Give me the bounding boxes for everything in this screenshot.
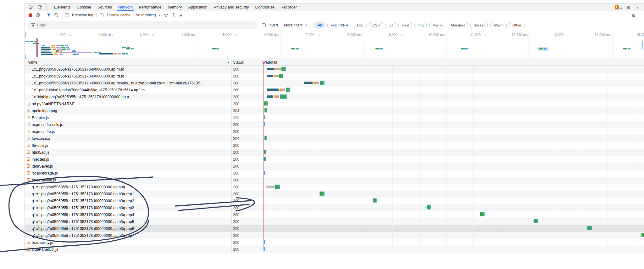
request-row[interactable]: 1x1.png?u0595955f-s1751353178-i00000000.… [25,73,644,80]
request-row[interactable]: q1x1.png?u0595955f-s1751353178-i00000000… [25,184,644,191]
network-conditions-icon[interactable] [164,13,169,17]
request-status: 200 [233,213,239,217]
tab-memory[interactable]: Memory [164,3,185,11]
request-row[interactable]: itemSaver.js200 [25,163,644,170]
tab-privacy-and-security[interactable]: Privacy and security [211,3,252,11]
overview-mini-bar [94,52,97,53]
filter-chip-all[interactable]: All [314,22,325,28]
request-row[interactable]: sidePanelUtil.js200 [25,246,644,253]
request-row[interactable]: apnic-logo.png304 [25,107,644,114]
import-har-icon[interactable] [172,13,176,17]
tab-sources[interactable]: Sources [94,3,115,11]
request-row[interactable]: express-fte.js200 [25,128,644,135]
request-name: 1x1.png?u0595955f-s1751353178-i00000000.… [32,67,230,72]
column-header-status[interactable]: Status [233,60,244,65]
request-row[interactable]: Enabler.js200 [25,114,644,121]
overview-tick-label: 4,000 ms [181,33,197,37]
inspect-element-icon[interactable] [29,5,34,10]
filter-input[interactable]: Filter [27,21,258,29]
request-row[interactable]: 1x1.png?u0595955f-s1751353178-i00000000.… [25,80,644,87]
preserve-log-checkbox[interactable] [65,13,69,17]
request-name: q1x1.png?u0595955f-s1751353178-i00000000… [32,220,230,224]
export-har-icon[interactable] [179,13,183,17]
issues-badge[interactable]: 1 [615,5,622,9]
disable-cache-checkbox[interactable] [100,13,103,17]
filter-chip-other[interactable]: Other [509,22,525,28]
clear-network-log-icon[interactable] [36,13,40,17]
filter-chip-fetch-xhr[interactable]: Fetch/XHR [327,22,351,28]
waterfall-bar [274,95,277,98]
request-row[interactable]: local-storage.js200 [25,170,644,177]
sort-ascending-icon[interactable]: ▲ [227,61,230,64]
request-row[interactable]: 1x1.png?u0595955f-s1751353178-i00000000.… [25,66,644,73]
search-icon[interactable] [54,13,58,17]
filter-chip-js[interactable]: JS [386,22,396,28]
request-row[interactable]: pageSaving.js200 [25,177,644,184]
network-overview-timeline[interactable]: 1,000 ms2,000 ms3,000 ms4,000 ms5,000 ms… [25,31,644,59]
tab-elements[interactable]: Elements [51,3,74,11]
js-file-icon [27,157,30,161]
tab-lighthouse[interactable]: Lighthouse [252,3,277,11]
request-row[interactable]: ad.py?A=NRPT&N&R&F200 [25,100,644,107]
record-network-log-button[interactable] [29,13,32,17]
filter-chip-wasm[interactable]: Wasm [490,22,507,28]
tab-network[interactable]: Network [115,3,136,11]
filter-chip-css[interactable]: CSS [369,22,383,28]
request-name: Enabler.js [32,116,230,120]
request-name: express-fte-utils.js [32,123,230,127]
filter-toggle-icon[interactable] [47,13,51,17]
filter-chip-doc[interactable]: Doc [354,22,366,28]
request-status: 200 [233,95,239,99]
kebab-menu-icon[interactable]: ⋮ [635,5,640,9]
filter-chip-media[interactable]: Media [429,22,445,28]
column-header-waterfall[interactable]: Waterfall [262,60,277,65]
request-row[interactable]: 1x1.png?u0ds01pmfsh70ed9944h6jkg-s175135… [25,87,644,94]
tab-application[interactable]: Application [185,3,210,11]
overview-drag-handle[interactable] [25,32,26,37]
column-divider[interactable] [260,59,260,253]
waterfall-bar [266,136,267,140]
filter-chip-img[interactable]: Img [414,22,427,28]
network-settings-gear-icon[interactable]: ⚙ [632,13,640,18]
request-row[interactable]: q1x1.png?u0595955f-s1751353178-i00000000… [25,211,644,218]
overview-tick-label: 15,000 ms [636,33,644,37]
request-row[interactable]: readability.js200 [25,239,644,246]
request-row[interactable]: injected.js200 [25,156,644,163]
throttling-select[interactable]: No throttling [136,13,156,17]
more-filters-dropdown[interactable]: More filters [284,23,303,27]
waterfall-bar [263,165,264,167]
overview-drag-handle[interactable] [642,41,643,49]
request-row[interactable]: q1x1.png?u0595955f-s1751353178-i00000000… [25,218,644,225]
request-status: 200 [233,171,239,175]
request-row[interactable]: express-fte-utils.js200 [25,121,644,128]
request-row[interactable]: q1x1.png?u0595955f-s1751353178-i00000000… [25,197,644,204]
request-status: 200 [233,150,239,155]
request-row[interactable]: 1x1bigbig.png?u0595955f-s1751353178-i000… [25,94,644,100]
settings-gear-icon[interactable]: ⚙ [627,5,631,10]
tab-performance[interactable]: Performance [136,3,165,11]
column-header-name[interactable]: Name [27,60,37,65]
overview-drag-handle[interactable] [25,54,26,59]
request-row[interactable]: fte-utils.js200 [25,142,644,149]
overview-mini-bar [41,49,51,50]
waterfall-bar [534,219,537,223]
waterfall-gridline [339,62,339,249]
request-row[interactable]: favicon.ico304 [25,135,644,142]
device-toolbar-icon[interactable] [37,5,42,10]
request-row[interactable]: q1x1.png?u0595955f-s1751353178-i00000000… [25,225,644,232]
request-row[interactable]: html5ad.js200 [25,149,644,156]
filter-chip-manifest[interactable]: Manifest [448,22,468,28]
request-row[interactable]: q1x1.png?u0595955f-s1751353178-i00000000… [25,204,644,211]
waterfall-bar [265,157,266,161]
request-row[interactable]: q1x1.png?u0595955f-s1751353178-i00000000… [25,232,644,239]
tab-console[interactable]: Console [74,3,94,11]
waterfall-bar [266,186,275,188]
tab-recorder[interactable]: Recorder [278,3,300,11]
overview-gridline [488,31,488,59]
invert-filter-checkbox[interactable] [262,23,266,27]
request-row[interactable]: q1x1.png?u0595955f-s1751353178-i00000000… [25,191,644,197]
filter-chip-font[interactable]: Font [398,22,412,28]
requests-table-header: Name ▲ Status Waterfall [25,59,644,66]
column-divider[interactable] [231,59,232,253]
filter-chip-socket[interactable]: Socket [470,22,488,28]
